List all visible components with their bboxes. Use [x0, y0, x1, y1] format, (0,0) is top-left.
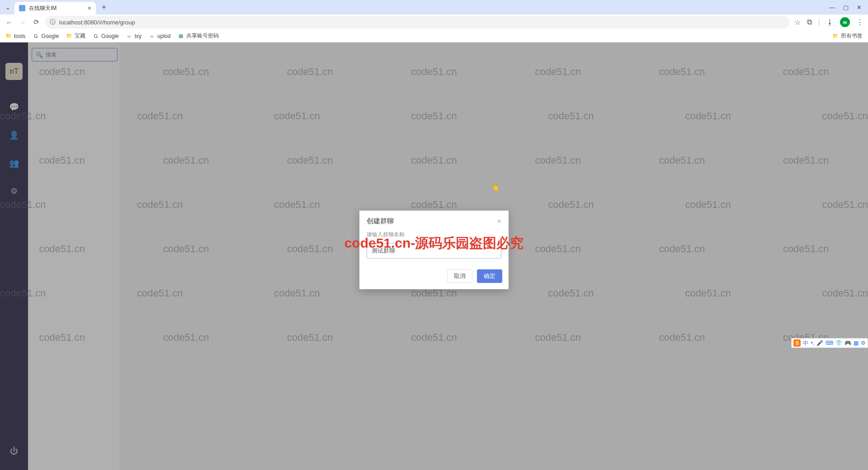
bookmark-item[interactable]: GGoogle — [33, 33, 59, 39]
ime-settings-icon[interactable]: ⚙ — [861, 340, 866, 346]
back-button[interactable]: ← — [5, 19, 14, 26]
tab-strip: ⌄ 在线聊天IM × + — ▢ ✕ — [0, 0, 868, 14]
modal-title: 创建群聊 — [367, 217, 394, 226]
tabs-dropdown-icon[interactable]: ⌄ — [4, 3, 12, 11]
link-icon: ∞ — [126, 33, 132, 39]
maximize-icon[interactable]: ▢ — [843, 4, 849, 11]
new-tab-button[interactable]: + — [99, 2, 109, 13]
modal-field-label: 请输入群聊名称 — [367, 231, 501, 239]
close-window-icon[interactable]: ✕ — [857, 4, 862, 11]
folder-icon: 📁 — [832, 33, 839, 39]
browser-chrome: ⌄ 在线聊天IM × + — ▢ ✕ ← → ⟳ ⓘ localhost:808… — [0, 0, 868, 42]
folder-icon: 📁 — [5, 33, 12, 39]
downloads-icon[interactable]: ⭳ — [826, 18, 834, 26]
sheet-icon: ▦ — [178, 33, 184, 39]
bookmarks-bar: 📁tools GGoogle 📁宝藏 GGoogle ∞txy ∞uplod ▦… — [0, 30, 868, 42]
bookmark-item[interactable]: ▦共享账号密码 — [178, 32, 219, 40]
extensions-icon[interactable]: ⧉ — [807, 18, 812, 26]
ime-skin-icon[interactable]: 👕 — [835, 340, 842, 346]
ime-game-icon[interactable]: 🎮 — [844, 340, 851, 346]
url-bar[interactable]: ⓘ localhost:8080/#/home/group — [45, 16, 790, 28]
tab-title: 在线聊天IM — [29, 5, 84, 12]
app-root: nT 💬 👤 👥 ⚙ ⏻ 🔍 + code51.cncode51.cncode5… — [0, 42, 868, 470]
minimize-icon[interactable]: — — [829, 4, 835, 11]
bookmark-item[interactable]: GGoogle — [93, 33, 119, 39]
modal-close-icon[interactable]: × — [497, 217, 501, 226]
link-icon: ∞ — [149, 33, 155, 39]
all-bookmarks[interactable]: 📁所有书签 — [832, 32, 863, 40]
browser-tab[interactable]: 在线聊天IM × — [14, 2, 96, 14]
bookmark-item[interactable]: ∞uplod — [149, 33, 170, 39]
profile-avatar[interactable]: w — [840, 17, 850, 27]
menu-icon[interactable]: ⋮ — [856, 18, 863, 27]
ime-mic-icon[interactable]: 🎤 — [816, 340, 823, 346]
sogou-logo-icon: S — [793, 339, 801, 347]
ime-lang[interactable]: 中 — [803, 339, 808, 347]
forward-button[interactable]: → — [18, 19, 27, 26]
favicon-icon — [19, 5, 25, 11]
ime-grid-icon[interactable]: ▦ — [854, 340, 859, 346]
group-name-input[interactable] — [367, 243, 501, 258]
ime-keyboard-icon[interactable]: ⌨ — [826, 340, 833, 346]
reload-button[interactable]: ⟳ — [32, 18, 41, 26]
google-icon: G — [93, 33, 99, 39]
folder-icon: 📁 — [66, 33, 72, 39]
window-controls: — ▢ ✕ — [829, 4, 868, 11]
bookmark-star-icon[interactable]: ☆ — [794, 18, 801, 27]
bookmark-item[interactable]: 📁tools — [5, 33, 25, 39]
ok-button[interactable]: 确定 — [477, 269, 502, 283]
create-group-modal: 创建群聊 × 请输入群聊名称 取消 确定 — [359, 211, 509, 289]
google-icon: G — [33, 33, 39, 39]
cancel-button[interactable]: 取消 — [447, 269, 472, 283]
url-text: localhost:8080/#/home/group — [59, 19, 135, 26]
address-bar-row: ← → ⟳ ⓘ localhost:8080/#/home/group ☆ ⧉ … — [0, 14, 868, 30]
ime-punct-icon[interactable]: •, — [811, 340, 814, 346]
bookmark-item[interactable]: 📁宝藏 — [66, 32, 85, 40]
bookmark-item[interactable]: ∞txy — [126, 33, 142, 39]
site-info-icon[interactable]: ⓘ — [50, 18, 56, 26]
tab-close-icon[interactable]: × — [88, 5, 91, 12]
ime-toolbar[interactable]: S 中 •, 🎤 ⌨ 👕 🎮 ▦ ⚙ — [791, 338, 868, 348]
